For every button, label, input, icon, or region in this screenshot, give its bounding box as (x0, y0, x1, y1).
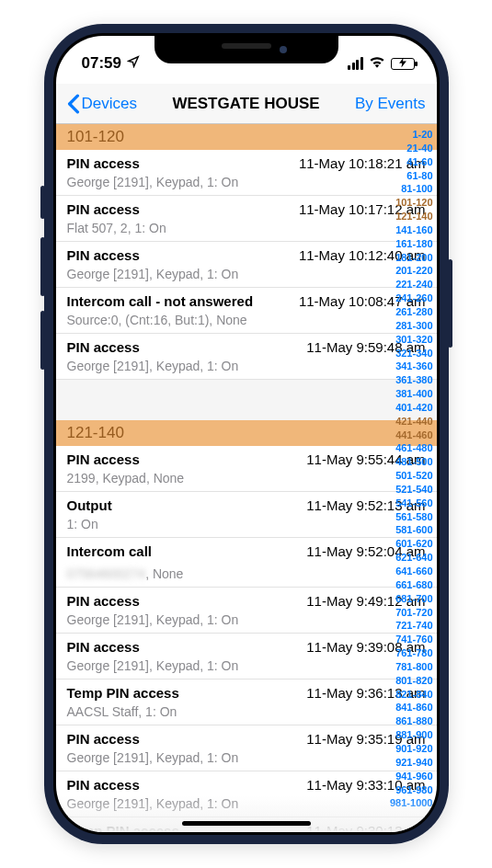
event-row[interactable]: PIN access11-May 9:33:10 amGeorge [2191]… (56, 771, 437, 817)
home-indicator[interactable] (182, 821, 311, 826)
event-row[interactable]: PIN access11-May 9:35:19 amGeorge [2191]… (56, 725, 437, 771)
index-item[interactable]: 961-980 (390, 783, 433, 797)
index-item[interactable]: 561-580 (390, 510, 433, 524)
event-list[interactable]: 101-120PIN access11-May 10:18:21 amGeorg… (56, 124, 437, 832)
event-detail: Flat 507, 2, 1: On (67, 221, 426, 235)
location-icon (127, 54, 140, 73)
event-detail: George [2191], Keypad, 1: On (67, 658, 426, 673)
event-row[interactable]: PIN access11-May 9:55:44 am2199, Keypad,… (56, 446, 437, 492)
index-item[interactable]: 21-40 (390, 142, 433, 155)
section-index[interactable]: 1-2021-4041-6061-8081-100101-120121-1401… (390, 124, 433, 832)
index-item[interactable]: 121-140 (390, 210, 433, 223)
index-item[interactable]: 761-780 (390, 646, 433, 660)
index-item[interactable]: 341-360 (390, 360, 433, 373)
notch (154, 36, 338, 63)
index-item[interactable]: 801-820 (390, 674, 433, 688)
index-item[interactable]: 161-180 (390, 237, 433, 251)
index-item[interactable]: 701-720 (390, 606, 433, 620)
index-item[interactable]: 821-840 (390, 688, 433, 702)
chevron-left-icon (67, 94, 80, 114)
index-item[interactable]: 641-660 (390, 565, 433, 578)
index-item[interactable]: 381-400 (390, 387, 433, 401)
index-item[interactable]: 541-560 (390, 497, 433, 510)
index-item[interactable]: 401-420 (390, 401, 433, 415)
cell-signal-icon (348, 57, 363, 70)
index-item[interactable]: 441-460 (390, 428, 433, 442)
index-item[interactable]: 201-220 (390, 264, 433, 278)
event-row[interactable]: PIN access11-May 10:12:40 amGeorge [2191… (56, 242, 437, 288)
index-item[interactable]: 421-440 (390, 415, 433, 428)
event-row[interactable]: Intercom call11-May 9:52:04 am0756460027… (56, 538, 437, 588)
index-item[interactable]: 1-20 (390, 128, 433, 142)
index-item[interactable]: 581-600 (390, 523, 433, 537)
event-row[interactable]: PIN access11-May 10:17:12 amFlat 507, 2,… (56, 196, 437, 242)
status-time: 07:59 (82, 54, 121, 73)
index-item[interactable]: 521-540 (390, 483, 433, 497)
event-title: PIN access (67, 201, 140, 217)
event-title: Intercom call (67, 543, 153, 559)
index-item[interactable]: 141-160 (390, 223, 433, 237)
event-row[interactable]: PIN access11-May 9:49:12 amGeorge [2191]… (56, 588, 437, 634)
index-item[interactable]: 881-900 (390, 728, 433, 742)
event-row[interactable]: PIN access11-May 9:39:08 amGeorge [2191]… (56, 634, 437, 680)
index-item[interactable]: 901-920 (390, 742, 433, 756)
index-item[interactable]: 101-120 (390, 196, 433, 210)
index-item[interactable]: 481-500 (390, 455, 433, 469)
event-title: Temp PIN access (67, 823, 179, 832)
volume-up-button (40, 237, 45, 296)
event-detail: Source:0, (Cnt:16, But:1), None (67, 313, 426, 327)
page-title: WESTGATE HOUSE (172, 95, 319, 113)
event-detail: George [2191], Keypad, 1: On (67, 750, 426, 765)
event-detail: AACSL Staff, 1: On (67, 704, 426, 719)
event-detail: 1: On (67, 517, 426, 531)
event-row[interactable]: Intercom call - not answered11-May 10:08… (56, 288, 437, 334)
index-item[interactable]: 721-740 (390, 619, 433, 633)
mute-switch (40, 186, 45, 219)
event-row[interactable]: Output11-May 9:52:13 am1: On (56, 492, 437, 538)
back-button[interactable]: Devices (67, 94, 137, 114)
index-item[interactable]: 41-60 (390, 155, 433, 169)
event-detail: George [2191], Keypad, 1: On (67, 175, 426, 189)
index-item[interactable]: 601-620 (390, 537, 433, 551)
index-item[interactable]: 281-300 (390, 319, 433, 333)
back-label: Devices (82, 95, 137, 113)
event-title: PIN access (67, 731, 140, 747)
group-header: 101-120 (56, 124, 437, 150)
index-item[interactable]: 301-320 (390, 333, 433, 347)
index-item[interactable]: 61-80 (390, 169, 433, 183)
event-title: PIN access (67, 639, 140, 655)
index-item[interactable]: 261-280 (390, 305, 433, 319)
index-item[interactable]: 501-520 (390, 469, 433, 483)
event-title: Temp PIN access (67, 685, 179, 701)
index-item[interactable]: 81-100 (390, 182, 433, 196)
index-item[interactable]: 181-200 (390, 251, 433, 265)
event-title: PIN access (67, 155, 140, 171)
event-detail: George [2191], Keypad, 1: On (67, 359, 426, 373)
event-row[interactable]: PIN access11-May 9:59:48 amGeorge [2191]… (56, 334, 437, 380)
index-item[interactable]: 981-1000 (390, 796, 433, 810)
index-item[interactable]: 661-680 (390, 578, 433, 592)
index-item[interactable]: 461-480 (390, 441, 433, 455)
index-item[interactable]: 361-380 (390, 373, 433, 387)
by-events-button[interactable]: By Events (355, 95, 426, 113)
navigation-bar: Devices WESTGATE HOUSE By Events (56, 84, 437, 124)
index-item[interactable]: 241-260 (390, 291, 433, 305)
index-item[interactable]: 921-940 (390, 756, 433, 770)
event-title: Intercom call - not answered (67, 293, 254, 309)
index-item[interactable]: 841-860 (390, 701, 433, 714)
event-row[interactable]: PIN access11-May 10:18:21 amGeorge [2191… (56, 150, 437, 196)
event-title: Output (67, 497, 112, 513)
index-item[interactable]: 741-760 (390, 633, 433, 646)
index-item[interactable]: 681-700 (390, 592, 433, 606)
event-title: PIN access (67, 247, 140, 263)
index-item[interactable]: 221-240 (390, 278, 433, 291)
index-item[interactable]: 781-800 (390, 660, 433, 674)
index-item[interactable]: 861-880 (390, 714, 433, 728)
battery-icon (391, 58, 415, 70)
event-row[interactable]: Temp PIN access11-May 9:36:13 amAACSL St… (56, 680, 437, 725)
event-title: PIN access (67, 777, 140, 793)
volume-down-button (40, 311, 45, 370)
index-item[interactable]: 321-340 (390, 347, 433, 360)
index-item[interactable]: 941-960 (390, 770, 433, 783)
index-item[interactable]: 621-640 (390, 551, 433, 565)
